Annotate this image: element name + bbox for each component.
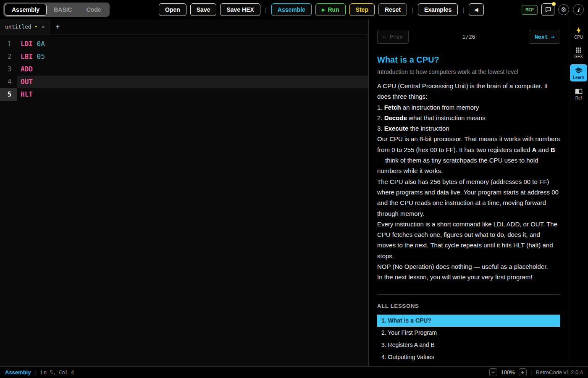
toolbar: Open Save Save HEX | Assemble ▶ Run Step… — [159, 3, 484, 16]
code-editor[interactable]: 1 LDI0A 2 LBI05 3 ADD 4 OUT 5 HLT — [0, 34, 368, 366]
lesson-item-active[interactable]: 1. What is a CPU? — [377, 315, 560, 327]
lesson-paragraph: 1. Fetch an instruction from memory — [377, 102, 560, 113]
divider — [377, 294, 560, 295]
reset-button[interactable]: Reset — [378, 3, 407, 16]
prev-lesson-button[interactable]: ← Prev — [377, 30, 409, 44]
all-lessons-header: ALL LESSONS — [377, 303, 560, 309]
side-rail: CPU GFX Learn Ref — [569, 19, 588, 366]
language-tabs: Assembly BASIC Code — [3, 3, 110, 17]
code-line[interactable]: 1 LDI0A — [0, 38, 368, 50]
chat-button[interactable] — [541, 3, 554, 16]
statusbar-separator: | — [35, 369, 36, 375]
open-button[interactable]: Open — [159, 3, 186, 16]
examples-button[interactable]: Examples — [418, 3, 458, 16]
lesson-item[interactable]: 3. Registers A and B — [377, 339, 560, 351]
lesson-paragraph: A CPU (Central Processing Unit) is the b… — [377, 81, 560, 102]
lesson-list: 1. What is a CPU? 2. Your First Program … — [377, 315, 560, 366]
sidebar-item-label: Learn — [573, 75, 584, 80]
new-tab-button[interactable]: + — [50, 19, 65, 34]
cursor-position: Ln 5, Col 4 — [41, 370, 74, 375]
zoom-out-button[interactable]: − — [489, 368, 497, 376]
lesson-page-indicator: 1/26 — [462, 34, 475, 40]
sidebar-item-cpu[interactable]: CPU — [570, 24, 587, 41]
file-tab[interactable]: untitled • × — [0, 19, 50, 34]
code-line[interactable]: 3 ADD — [0, 63, 368, 76]
info-button[interactable]: i — [573, 4, 584, 15]
toolbar-separator: | — [412, 6, 413, 13]
mnemonic: OUT — [21, 78, 33, 86]
line-number: 2 — [0, 50, 17, 63]
operand: 05 — [37, 52, 45, 60]
code-line[interactable]: 2 LBI05 — [0, 50, 368, 63]
tab-basic[interactable]: BASIC — [47, 4, 79, 16]
grid-icon — [575, 47, 582, 53]
lesson-body: A CPU (Central Processing Unit) is the b… — [377, 81, 560, 283]
topbar: Assembly BASIC Code Open Save Save HEX |… — [0, 0, 588, 19]
play-icon: ▶ — [322, 7, 325, 13]
line-number: 4 — [0, 76, 17, 88]
lesson-item[interactable]: 4. Outputting Values — [377, 351, 560, 363]
statusbar-mode[interactable]: Assembly — [5, 369, 31, 375]
sidebar-item-label: Ref — [575, 96, 582, 100]
lesson-paragraph: In the next lesson, you will write your … — [377, 272, 560, 282]
lesson-paragraph: NOP (No Operation) does nothing — useful… — [377, 261, 560, 272]
collapse-panel-button[interactable]: ◀ — [469, 3, 483, 16]
editor-region: untitled • × + 1 LDI0A 2 LBI05 3 ADD 4 O… — [0, 19, 368, 366]
lightning-bolt-icon — [575, 26, 583, 34]
save-button[interactable]: Save — [190, 3, 217, 16]
lesson-title: What is a CPU? — [377, 55, 560, 65]
run-button[interactable]: ▶ Run — [315, 3, 346, 16]
lesson-nav: ← Prev 1/26 Next → — [377, 30, 560, 44]
toolbar-separator: | — [265, 6, 267, 13]
sidebar-item-ref[interactable]: Ref — [570, 85, 587, 102]
learn-panel: ← Prev 1/26 Next → What is a CPU? Introd… — [368, 19, 569, 366]
save-hex-button[interactable]: Save HEX — [220, 3, 260, 16]
sidebar-item-label: GFX — [574, 54, 583, 59]
sidebar-item-learn[interactable]: Learn — [570, 64, 587, 81]
app-version: RetroCode v1.2.0.4 — [536, 369, 583, 375]
line-number-active: 5 — [0, 88, 17, 101]
file-tab-name: untitled — [5, 24, 32, 30]
line-number: 3 — [0, 63, 17, 76]
book-icon — [575, 87, 583, 95]
lesson-paragraph: 3. Execute the instruction — [377, 123, 560, 134]
mnemonic: ADD — [21, 65, 33, 73]
mnemonic: HLT — [21, 90, 33, 98]
lesson-paragraph: Our CPU is an 8-bit processor. That mean… — [377, 134, 560, 176]
zoom-level: 100% — [501, 369, 515, 375]
code-line-cursor[interactable]: 5 HLT — [0, 88, 368, 101]
zoom-in-button[interactable]: + — [519, 368, 527, 376]
step-button[interactable]: Step — [349, 3, 375, 16]
statusbar: Assembly | Ln 5, Col 4 − 100% + | RetroC… — [0, 366, 588, 378]
mnemonic: LDI — [21, 40, 33, 48]
mnemonic: LBI — [21, 52, 33, 60]
notification-dot — [552, 2, 556, 6]
assemble-button[interactable]: Assemble — [271, 3, 312, 16]
lesson-item[interactable]: 5. Addition — [377, 363, 560, 366]
tab-code[interactable]: Code — [79, 4, 108, 16]
mcp-button[interactable]: MCP — [522, 5, 538, 15]
lesson-paragraph: 2. Decode what that instruction means — [377, 113, 560, 123]
run-button-label: Run — [328, 6, 339, 13]
lesson-paragraph: The CPU also has 256 bytes of memory (ad… — [377, 176, 560, 219]
sidebar-item-gfx[interactable]: GFX — [570, 45, 587, 60]
lesson-paragraph: Every instruction is a short command lik… — [377, 219, 560, 261]
gear-icon: ⚙ — [561, 7, 566, 13]
close-tab-icon[interactable]: × — [41, 24, 45, 30]
line-number: 1 — [0, 38, 17, 50]
statusbar-separator: | — [530, 369, 532, 375]
operand: 0A — [37, 40, 45, 48]
settings-button[interactable]: ⚙ — [558, 4, 569, 15]
topbar-right: MCP ⚙ i — [522, 3, 584, 16]
graduation-cap-icon — [575, 66, 583, 74]
lesson-item[interactable]: 2. Your First Program — [377, 327, 560, 339]
editor-tabbar: untitled • × + — [0, 19, 368, 34]
next-lesson-button[interactable]: Next → — [529, 30, 560, 44]
lesson-subtitle: Introduction to how computers work at th… — [377, 68, 560, 75]
code-line-highlighted[interactable]: 4 OUT — [0, 76, 368, 88]
toolbar-separator: | — [462, 6, 464, 13]
tab-assembly[interactable]: Assembly — [5, 4, 47, 16]
modified-dot-icon: • — [34, 24, 38, 30]
info-icon: i — [578, 7, 580, 13]
sidebar-item-label: CPU — [574, 35, 583, 39]
